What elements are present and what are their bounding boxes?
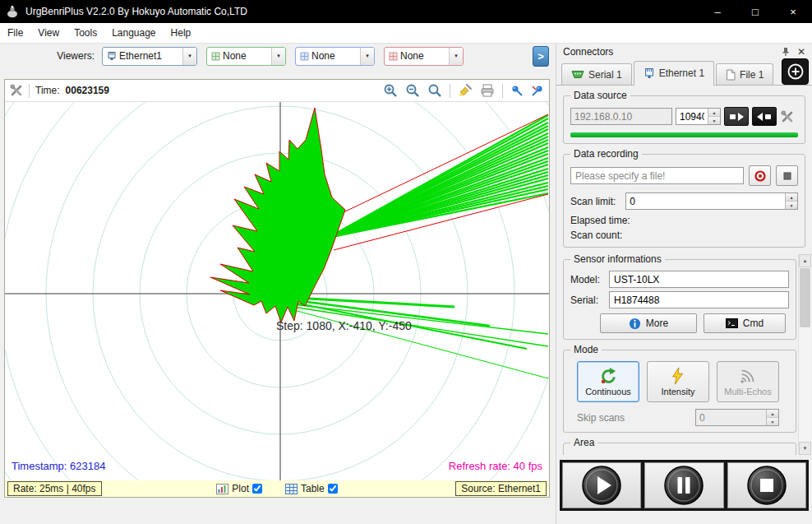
pause-button[interactable] xyxy=(644,462,723,508)
menu-bar: File View Tools Language Help xyxy=(0,23,812,44)
zoom-in-button[interactable] xyxy=(383,83,398,98)
expand-viewers-button[interactable]: > xyxy=(533,46,549,67)
mode-buttons: Continuous Intensity xyxy=(570,361,789,402)
serial-field[interactable] xyxy=(609,291,789,308)
menu-file[interactable]: File xyxy=(0,23,30,43)
viewer-toolbar: Time: 00623159 xyxy=(5,80,549,102)
plot-canvas[interactable]: Step: 1080, X:-410, Y:-450 Timestamp: 62… xyxy=(5,102,549,480)
unpin-button[interactable] xyxy=(531,84,544,97)
more-button-label: More xyxy=(646,318,668,329)
maximize-button[interactable]: □ xyxy=(736,0,774,23)
disconnect-button[interactable] xyxy=(724,107,749,126)
skip-scans-field xyxy=(696,410,766,425)
scan-limit-label: Scan limit: xyxy=(570,196,616,207)
scan-limit-field[interactable] xyxy=(626,193,785,209)
serial-label: Serial: xyxy=(570,294,605,306)
mode-intensity-label: Intensity xyxy=(662,387,695,396)
spin-arrows: ▲▼ xyxy=(766,410,778,425)
plot-checkbox[interactable] xyxy=(252,484,262,494)
connectors-title: Connectors xyxy=(563,46,774,58)
table-checkbox[interactable] xyxy=(328,484,338,494)
viewer-combo-4[interactable]: None ▼ xyxy=(384,47,464,66)
stop-icon xyxy=(782,170,793,182)
table-icon xyxy=(285,484,298,494)
tab-file[interactable]: File 1 xyxy=(716,63,773,85)
viewer-settings-button[interactable] xyxy=(10,84,23,97)
pin-button[interactable] xyxy=(510,84,524,97)
scroll-up-button[interactable]: ▲ xyxy=(799,254,811,267)
viewer-combo-1[interactable]: Ethernet1 ▼ xyxy=(102,47,197,66)
stop-button[interactable] xyxy=(727,462,806,508)
dock-pin-button[interactable] xyxy=(781,47,791,57)
serial-row: Serial: xyxy=(570,291,789,308)
spin-up[interactable]: ▲ xyxy=(786,193,797,202)
chevron-down-icon[interactable]: ▼ xyxy=(360,48,374,65)
menu-view[interactable]: View xyxy=(30,23,67,43)
plot-icon xyxy=(216,484,228,494)
play-button[interactable] xyxy=(562,462,641,508)
spin-down[interactable]: ▼ xyxy=(708,117,720,124)
scan-rays-fan xyxy=(328,115,548,238)
model-label: Model: xyxy=(570,274,605,285)
spin-up[interactable]: ▲ xyxy=(708,109,720,117)
scroll-down-button[interactable]: ▼ xyxy=(799,442,811,455)
mode-intensity-button[interactable]: Intensity xyxy=(647,361,709,402)
tab-serial[interactable]: Serial 1 xyxy=(561,63,632,85)
more-info-button[interactable]: More xyxy=(600,313,697,333)
tab-ethernet[interactable]: Ethernet 1 xyxy=(634,61,714,86)
clear-plot-button[interactable] xyxy=(458,83,473,98)
terminal-icon xyxy=(726,318,738,328)
viewer-combo-2-value: None xyxy=(223,50,271,62)
record-button[interactable] xyxy=(749,165,771,186)
scroll-content: Sensor informations Model: Serial: xyxy=(556,254,798,455)
close-button[interactable]: × xyxy=(774,0,812,23)
cmd-button[interactable]: Cmd xyxy=(704,313,786,333)
menu-language[interactable]: Language xyxy=(104,23,163,43)
spin-down[interactable]: ▼ xyxy=(786,202,797,209)
mode-group: Mode Continuous xyxy=(563,350,796,433)
data-source-row: ▲▼ xyxy=(570,107,798,126)
viewer-mini-icon xyxy=(300,52,309,61)
data-source-group: Data source ▲▼ xyxy=(563,95,805,144)
plot-toggle-group: Plot xyxy=(216,483,262,494)
zoom-reset-button[interactable] xyxy=(427,83,442,98)
info-icon xyxy=(629,318,641,330)
zoom-out-button[interactable] xyxy=(405,83,420,98)
port-field[interactable] xyxy=(676,109,708,124)
viewer-mini-icon xyxy=(389,52,398,61)
scrollbar-thumb[interactable] xyxy=(800,268,810,327)
mode-continuous-label: Continuous xyxy=(585,387,631,396)
unpin-icon xyxy=(531,84,544,97)
connect-button[interactable] xyxy=(752,107,777,126)
data-source-title: Data source xyxy=(570,90,630,101)
menu-help[interactable]: Help xyxy=(164,23,199,43)
record-file-field[interactable] xyxy=(570,167,744,184)
record-icon xyxy=(754,169,767,183)
mode-title: Mode xyxy=(570,344,602,355)
viewer-combo-2[interactable]: None ▼ xyxy=(206,47,286,66)
plug-icon xyxy=(756,111,773,123)
viewer-combo-3[interactable]: None ▼ xyxy=(295,47,375,66)
menu-tools[interactable]: Tools xyxy=(67,23,104,43)
viewer-combo-4-value: None xyxy=(400,50,449,62)
panel-close-button[interactable]: ✕ xyxy=(797,46,805,58)
sensor-buttons-row: More Cmd xyxy=(570,313,789,333)
multi-echos-icon xyxy=(739,367,757,385)
data-recording-title: Data recording xyxy=(570,148,642,160)
ip-address-field[interactable] xyxy=(570,108,672,125)
mode-continuous-button[interactable]: Continuous xyxy=(577,361,639,402)
snapshot-button[interactable] xyxy=(480,83,495,98)
panel-scrollbar[interactable]: ▲ ▼ xyxy=(798,254,811,455)
minimize-button[interactable]: – xyxy=(699,0,736,23)
chevron-down-icon[interactable]: ▼ xyxy=(449,48,463,65)
stop-record-button[interactable] xyxy=(776,165,798,186)
model-field[interactable] xyxy=(609,271,789,288)
chevron-down-icon[interactable]: ▼ xyxy=(271,48,285,65)
window-controls: – □ × xyxy=(699,0,812,23)
connection-settings-button[interactable] xyxy=(777,107,798,126)
chevron-down-icon[interactable]: ▼ xyxy=(182,48,196,65)
add-connector-button[interactable] xyxy=(782,58,809,85)
scan-count-row: Scan count: xyxy=(570,230,798,241)
connection-status-bar xyxy=(570,132,798,137)
brush-icon xyxy=(458,83,473,98)
